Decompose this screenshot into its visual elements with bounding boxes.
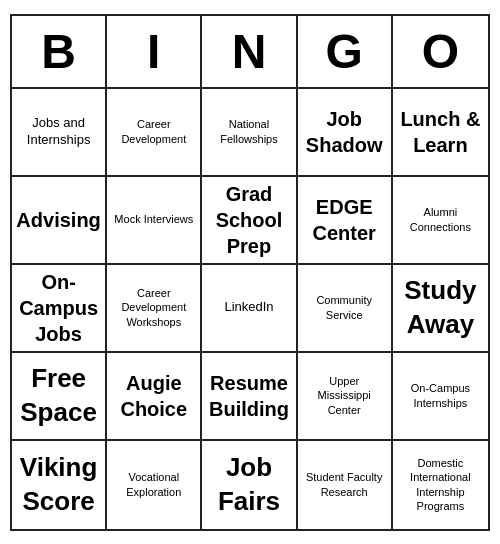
bingo-cell-15: Free Space [12,353,107,441]
cell-text-7: Grad School Prep [206,181,291,259]
cell-text-23: Student Faculty Research [302,470,387,499]
bingo-cell-24: Domestic International Internship Progra… [393,441,488,529]
bingo-letter-g: G [298,16,393,87]
bingo-cell-19: On-Campus Internships [393,353,488,441]
bingo-cell-12: LinkedIn [202,265,297,353]
cell-text-19: On-Campus Internships [397,381,484,410]
cell-text-10: On-Campus Jobs [16,269,101,347]
bingo-letter-b: B [12,16,107,87]
cell-text-11: Career Development Workshops [111,286,196,329]
bingo-cell-3: Job Shadow [298,89,393,177]
bingo-cell-2: National Fellowships [202,89,297,177]
cell-text-20: Viking Score [16,451,101,519]
bingo-letter-n: N [202,16,297,87]
cell-text-13: Community Service [302,293,387,322]
bingo-card: BINGO Jobs and InternshipsCareer Develop… [10,14,490,531]
cell-text-8: EDGE Center [302,194,387,246]
bingo-cell-14: Study Away [393,265,488,353]
cell-text-17: Resume Building [206,370,291,422]
cell-text-14: Study Away [397,274,484,342]
cell-text-5: Advising [16,207,100,233]
cell-text-9: Alumni Connections [397,205,484,234]
bingo-cell-5: Advising [12,177,107,265]
cell-text-15: Free Space [16,362,101,430]
cell-text-1: Career Development [111,117,196,146]
bingo-cell-1: Career Development [107,89,202,177]
bingo-cell-8: EDGE Center [298,177,393,265]
cell-text-12: LinkedIn [224,299,273,316]
bingo-letter-o: O [393,16,488,87]
bingo-cell-22: Job Fairs [202,441,297,529]
bingo-cell-17: Resume Building [202,353,297,441]
cell-text-22: Job Fairs [206,451,291,519]
bingo-cell-6: Mock Interviews [107,177,202,265]
cell-text-18: Upper Mississippi Center [302,374,387,417]
bingo-cell-11: Career Development Workshops [107,265,202,353]
bingo-cell-18: Upper Mississippi Center [298,353,393,441]
bingo-cell-4: Lunch & Learn [393,89,488,177]
bingo-cell-20: Viking Score [12,441,107,529]
bingo-cell-13: Community Service [298,265,393,353]
bingo-cell-7: Grad School Prep [202,177,297,265]
cell-text-6: Mock Interviews [114,212,193,226]
cell-text-16: Augie Choice [111,370,196,422]
cell-text-24: Domestic International Internship Progra… [397,456,484,513]
bingo-cell-0: Jobs and Internships [12,89,107,177]
bingo-cell-16: Augie Choice [107,353,202,441]
cell-text-0: Jobs and Internships [16,115,101,149]
bingo-grid: Jobs and InternshipsCareer DevelopmentNa… [12,89,488,529]
bingo-cell-23: Student Faculty Research [298,441,393,529]
bingo-cell-9: Alumni Connections [393,177,488,265]
bingo-cell-21: Vocational Exploration [107,441,202,529]
cell-text-4: Lunch & Learn [397,106,484,158]
bingo-letter-i: I [107,16,202,87]
cell-text-3: Job Shadow [302,106,387,158]
cell-text-21: Vocational Exploration [111,470,196,499]
bingo-header: BINGO [12,16,488,89]
bingo-cell-10: On-Campus Jobs [12,265,107,353]
cell-text-2: National Fellowships [206,117,291,146]
